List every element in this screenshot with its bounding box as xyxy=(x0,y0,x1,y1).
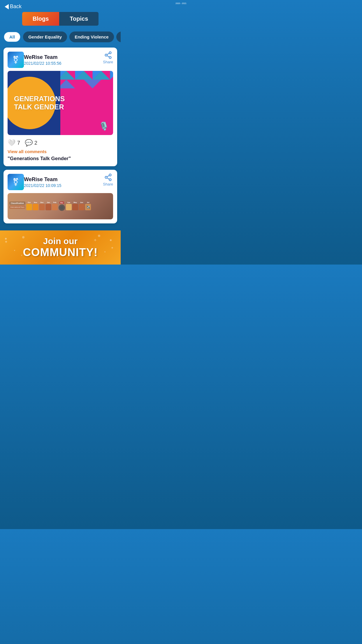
svg-line-4 xyxy=(107,53,109,55)
generations-image: GENERATIONS TALK GENDER 🎙️ xyxy=(8,71,113,135)
share-button-1[interactable]: Share xyxy=(103,51,113,64)
author-name-1: WeRise Team xyxy=(24,54,113,60)
svg-line-3 xyxy=(107,56,109,57)
like-section-1[interactable]: 🤍 7 xyxy=(8,139,20,147)
back-label: Back xyxy=(10,4,22,10)
post-card-1-header: ⚧ WeRise Team 2021/02/22 10:55:56 Share xyxy=(3,48,117,71)
back-arrow-icon xyxy=(5,4,9,9)
engagement-row-1: 🤍 7 💬 2 xyxy=(8,139,113,147)
post-date-2: 2021/02/22 10:09:15 xyxy=(24,183,113,188)
back-button[interactable]: Back xyxy=(5,4,22,10)
post-date-1: 2021/02/22 10:55:56 xyxy=(24,61,113,66)
filter-all[interactable]: All xyxy=(3,32,21,42)
avatar-2: ⚧ xyxy=(8,174,24,190)
share-label-1: Share xyxy=(103,60,113,64)
post-image-2[interactable]: Classification International Days Oct No… xyxy=(8,193,113,219)
heart-icon-1: 🤍 xyxy=(8,139,15,147)
tab-toggle: Blogs Topics xyxy=(22,12,99,26)
author-info-1: WeRise Team 2021/02/22 10:55:56 xyxy=(24,54,113,66)
image-headline: GENERATIONS TALK GENDER xyxy=(14,95,75,111)
svg-marker-17 xyxy=(84,80,101,88)
comment-count-1: 2 xyxy=(34,140,37,146)
filter-row: All Gender Equality Ending Violence CULT… xyxy=(0,29,121,45)
view-comments-link-1[interactable]: View all comments xyxy=(8,149,113,154)
svg-line-22 xyxy=(107,178,109,179)
comment-section-1[interactable]: 💬 2 xyxy=(25,139,37,147)
svg-marker-18 xyxy=(101,80,113,88)
blogs-tab[interactable]: Blogs xyxy=(22,12,59,26)
tab-toggle-container: Blogs Topics xyxy=(0,12,121,29)
like-count-1: 7 xyxy=(17,140,20,146)
share-button-2[interactable]: Share xyxy=(103,173,113,186)
mic-icon: 🎙️ xyxy=(99,121,109,131)
author-name-2: WeRise Team xyxy=(24,176,113,183)
comment-icon-1: 💬 xyxy=(25,139,33,147)
post-card-1[interactable]: ⚧ WeRise Team 2021/02/22 10:55:56 Share xyxy=(3,48,117,166)
post-card-1-footer: 🤍 7 💬 2 View all comments "Generations T… xyxy=(3,135,117,166)
filter-gender-equality[interactable]: Gender Equality xyxy=(23,32,67,42)
banner-line1: Join our xyxy=(5,236,116,246)
filter-culture[interactable]: CULTURE xyxy=(116,32,121,42)
post-card-2[interactable]: ⚧ WeRise Team 2021/02/22 10:09:15 Share xyxy=(3,170,117,223)
share-icon-2 xyxy=(104,173,112,181)
banner-line2: COMMUNITY! xyxy=(5,246,116,259)
image-text: GENERATIONS TALK GENDER xyxy=(14,95,75,111)
timeline-image: Classification International Days Oct No… xyxy=(8,193,113,219)
cards-area: ⚧ WeRise Team 2021/02/22 10:55:56 Share xyxy=(0,45,121,226)
header: Back xyxy=(0,0,121,12)
svg-marker-11 xyxy=(110,71,113,80)
filter-ending-violence[interactable]: Ending Violence xyxy=(69,32,114,42)
svg-line-23 xyxy=(107,176,109,177)
post-card-2-header: ⚧ WeRise Team 2021/02/22 10:09:15 Share xyxy=(3,170,117,193)
post-title-1: "Generations Talk Gender" xyxy=(8,156,113,162)
community-banner[interactable]: ✦ ✦ ✦ ✦ Join our COMMUNITY! xyxy=(0,230,121,265)
topics-tab[interactable]: Topics xyxy=(59,12,99,26)
avatar-icon-1: ⚧ xyxy=(13,55,19,64)
post-image-1[interactable]: GENERATIONS TALK GENDER 🎙️ xyxy=(8,71,113,135)
avatar-1: ⚧ xyxy=(8,52,24,68)
author-info-2: WeRise Team 2021/02/22 10:09:15 xyxy=(24,176,113,188)
avatar-icon-2: ⚧ xyxy=(13,178,19,187)
share-label-2: Share xyxy=(103,182,113,186)
share-icon-1 xyxy=(104,51,112,59)
